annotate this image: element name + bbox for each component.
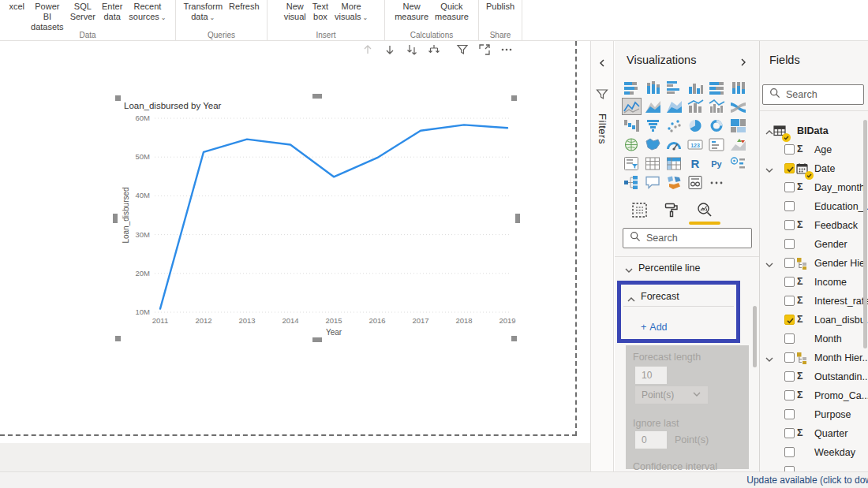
field-row-partial[interactable]: [760, 462, 868, 471]
expand-next-level-icon[interactable]: [428, 43, 440, 56]
more-visuals-icon[interactable]: [707, 173, 727, 191]
field-row-gender[interactable]: Gender: [760, 235, 868, 254]
key-influencers-icon[interactable]: [728, 155, 748, 172]
resize-handle[interactable]: [515, 214, 520, 223]
forecast-length-input[interactable]: [635, 367, 667, 384]
analytics-search-input[interactable]: [646, 233, 751, 244]
field-checkbox[interactable]: [784, 447, 795, 457]
resize-handle[interactable]: [511, 95, 517, 101]
field-checkbox[interactable]: [784, 409, 795, 419]
field-checkbox[interactable]: [784, 239, 795, 249]
ribbon-button-power-bi-datasets[interactable]: Power BI datasets: [31, 2, 64, 32]
focus-mode-icon[interactable]: [478, 43, 491, 56]
resize-handle[interactable]: [113, 214, 118, 223]
funnel-chart-icon[interactable]: [643, 117, 663, 134]
paginated-report-icon[interactable]: [686, 173, 705, 191]
filter-icon[interactable]: [456, 43, 469, 56]
format-tab[interactable]: [662, 200, 681, 219]
python-visual-icon[interactable]: Py: [707, 155, 727, 172]
field-row-bidata[interactable]: BIData: [760, 121, 868, 140]
pie-chart-icon[interactable]: [686, 117, 705, 134]
field-checkbox[interactable]: [784, 201, 795, 211]
chevron-down-icon[interactable]: [765, 259, 774, 268]
stacked-column-chart-icon[interactable]: [643, 79, 663, 96]
resize-handle[interactable]: [312, 94, 322, 99]
collapse-visualizations-chevron-icon[interactable]: [739, 56, 748, 70]
ribbon-button-sql-server[interactable]: SQL Server: [70, 2, 95, 22]
more-options-icon[interactable]: [500, 43, 513, 56]
decomposition-tree-icon[interactable]: [622, 173, 642, 191]
field-row-weekday[interactable]: Weekday: [760, 443, 868, 462]
chevron-down-icon[interactable]: [765, 164, 774, 173]
field-checkbox[interactable]: [784, 466, 795, 471]
clustered-bar-chart-icon[interactable]: [664, 79, 684, 96]
ribbon-button-xcel[interactable]: xcel: [9, 2, 24, 12]
field-checkbox[interactable]: [784, 371, 795, 382]
field-checkbox[interactable]: [784, 352, 795, 363]
ribbon-chart-icon[interactable]: [728, 98, 748, 115]
field-checkbox[interactable]: [784, 182, 795, 192]
visualizations-scrollbar[interactable]: [753, 306, 757, 367]
field-row-day-month[interactable]: ΣDay_month: [760, 178, 868, 197]
ribbon-button-refresh[interactable]: Refresh: [229, 2, 260, 12]
forecast-length-units-dropdown[interactable]: Point(s): [635, 386, 708, 404]
arrow-down-icon[interactable]: [383, 43, 396, 56]
ribbon-button-new-measure[interactable]: New measure: [395, 2, 428, 22]
resize-handle[interactable]: [511, 336, 517, 341]
treemap-icon[interactable]: [728, 117, 748, 134]
fields-search-box[interactable]: [762, 84, 864, 105]
matrix-icon[interactable]: [664, 155, 684, 172]
field-checkbox[interactable]: [784, 296, 795, 306]
line-chart-visual[interactable]: Loan_disbursed by Year 10M20M30M40M50M60…: [118, 98, 517, 339]
section-percentile-line[interactable]: Percentile line: [615, 259, 759, 279]
field-row-education-l-[interactable]: Education_l...: [760, 197, 868, 216]
field-row-purpose[interactable]: Purpose: [760, 405, 868, 424]
field-row-income[interactable]: ΣIncome: [760, 273, 868, 292]
chevron-down-icon[interactable]: [765, 353, 774, 363]
field-row-month[interactable]: Month: [760, 330, 868, 348]
ribbon-button-text-box[interactable]: Text box: [312, 2, 328, 22]
stacked-bar-chart-icon[interactable]: [622, 79, 642, 96]
field-checkbox[interactable]: [784, 315, 795, 325]
field-checkbox[interactable]: [784, 390, 795, 400]
arrow-up-icon[interactable]: [361, 43, 374, 56]
gauge-icon[interactable]: [664, 136, 684, 153]
table-icon[interactable]: [643, 155, 663, 172]
ignore-last-input[interactable]: [635, 431, 667, 449]
slicer-icon[interactable]: [622, 155, 642, 172]
area-chart-icon[interactable]: [643, 98, 663, 115]
q-and-a-icon[interactable]: [643, 173, 663, 191]
field-row-month-hier-[interactable]: Month Hier...: [760, 348, 868, 367]
field-checkbox[interactable]: [784, 144, 795, 155]
field-row-loan-disbu-[interactable]: ΣLoan_disbu...: [760, 311, 868, 330]
resize-handle[interactable]: [115, 336, 121, 341]
field-row-interest-rate[interactable]: ΣInterest_rate: [760, 292, 868, 311]
ribbon-button-publish[interactable]: Publish: [486, 2, 514, 12]
ribbon-button-new-visual[interactable]: New visual: [284, 2, 306, 22]
card-icon[interactable]: 123: [686, 136, 705, 153]
fields-search-input[interactable]: [786, 89, 863, 100]
section-forecast-label[interactable]: Forecast: [641, 291, 679, 302]
kpi-icon[interactable]: [728, 136, 748, 153]
clustered-column-chart-icon[interactable]: [686, 79, 705, 96]
shape-map-icon[interactable]: [664, 173, 684, 191]
100-stacked-column-chart-icon[interactable]: [728, 79, 748, 96]
drill-all-down-icon[interactable]: [406, 43, 418, 56]
ribbon-button-recent-sources[interactable]: Recent sources⌄: [129, 2, 166, 23]
field-checkbox[interactable]: [784, 163, 795, 173]
field-checkbox[interactable]: [784, 277, 795, 287]
scatter-chart-icon[interactable]: [664, 117, 684, 134]
field-checkbox[interactable]: [784, 220, 795, 230]
field-checkbox[interactable]: [784, 428, 795, 438]
analytics-search-box[interactable]: [623, 228, 752, 248]
fields-tab[interactable]: [630, 200, 649, 219]
field-row-promo-ca-[interactable]: ΣPromo_Ca...: [760, 386, 868, 405]
donut-chart-icon[interactable]: [707, 117, 727, 134]
field-row-date[interactable]: Date: [760, 159, 868, 178]
field-row-outstandin-[interactable]: ΣOutstandin...: [760, 367, 868, 386]
line-chart-icon[interactable]: [622, 98, 642, 115]
ribbon-button-transform-data[interactable]: Transform data⌄: [183, 2, 223, 23]
multi-row-card-icon[interactable]: [707, 136, 727, 153]
analytics-tab[interactable]: [694, 200, 713, 219]
forecast-add-button[interactable]: +Add: [641, 322, 668, 333]
